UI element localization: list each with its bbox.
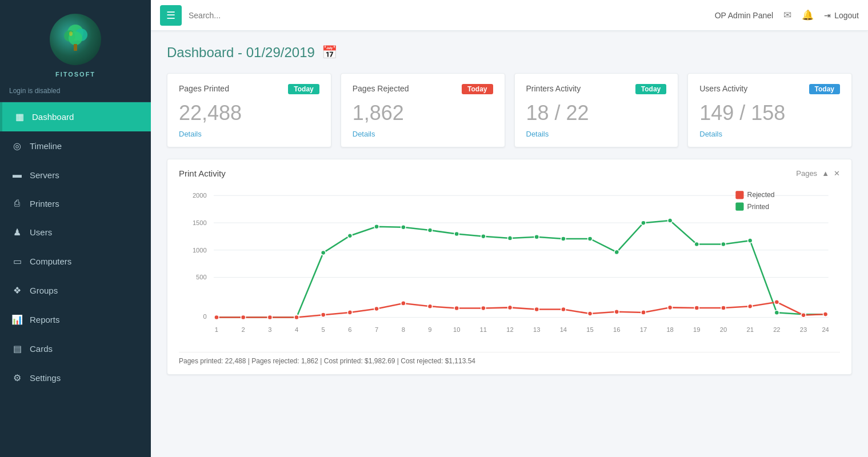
chart-header: Print Activity Pages ▲ ✕ xyxy=(179,169,840,178)
computers-icon: ▭ xyxy=(11,256,23,267)
sidebar-item-label-reports: Reports xyxy=(30,315,60,324)
svg-point-65 xyxy=(241,315,246,319)
svg-text:7: 7 xyxy=(375,326,378,333)
sidebar-item-label-dashboard: Dashboard xyxy=(32,112,74,122)
svg-point-77 xyxy=(561,307,566,312)
card-title-pages-rejected: Pages Rejected xyxy=(353,84,409,93)
menu-toggle-button[interactable]: ☰ xyxy=(160,5,182,26)
svg-point-56 xyxy=(641,221,646,225)
sidebar-item-printers[interactable]: ⎙ Printers xyxy=(0,189,151,218)
svg-point-86 xyxy=(801,313,806,318)
svg-point-61 xyxy=(774,310,779,315)
card-header-pages-rejected: Pages Rejected Today xyxy=(353,84,493,94)
sidebar-item-dashboard[interactable]: ▦ Dashboard xyxy=(0,102,151,131)
svg-text:14: 14 xyxy=(560,326,567,333)
logo-tree-icon xyxy=(58,22,93,57)
svg-text:11: 11 xyxy=(480,326,487,333)
svg-text:10: 10 xyxy=(453,326,460,333)
sidebar-item-cards[interactable]: ▤ Cards xyxy=(0,334,151,363)
svg-rect-88 xyxy=(735,191,743,199)
svg-text:3: 3 xyxy=(268,326,271,333)
chart-card: Print Activity Pages ▲ ✕ 2000 1500 xyxy=(167,159,852,375)
sidebar-item-settings[interactable]: ⚙ Settings xyxy=(0,363,151,392)
svg-point-70 xyxy=(374,306,379,311)
svg-text:24: 24 xyxy=(822,326,829,333)
groups-icon: ❖ xyxy=(11,285,23,296)
svg-text:1: 1 xyxy=(215,326,218,333)
sidebar-item-servers[interactable]: ▬ Servers xyxy=(0,161,151,189)
svg-point-66 xyxy=(267,315,272,319)
settings-icon: ⚙ xyxy=(11,372,23,383)
stat-card-printers-activity: Printers Activity Today 18 / 22 Details xyxy=(514,73,679,147)
sidebar-item-label-computers: Computers xyxy=(30,256,71,266)
reports-icon: 📊 xyxy=(11,314,23,325)
svg-point-51 xyxy=(507,236,512,240)
sidebar-item-label-cards: Cards xyxy=(30,344,53,354)
timeline-icon: ◎ xyxy=(11,141,23,151)
svg-point-57 xyxy=(668,218,673,223)
badge-pages-rejected: Today xyxy=(462,84,493,94)
mail-icon[interactable]: ✉ xyxy=(783,9,791,21)
card-title-pages-printed: Pages Printed xyxy=(179,84,229,93)
svg-point-67 xyxy=(294,315,299,319)
svg-point-79 xyxy=(614,310,619,314)
logout-label: Logout xyxy=(834,11,859,20)
details-link-pages-rejected[interactable]: Details xyxy=(353,130,375,138)
svg-point-60 xyxy=(748,238,753,243)
stat-value-pages-rejected: 1,862 xyxy=(353,101,493,125)
content-area: Dashboard - 01/29/2019 📅 Pages Printed T… xyxy=(151,31,868,457)
chart-expand-icon[interactable]: ▲ xyxy=(822,169,829,178)
svg-text:12: 12 xyxy=(506,326,513,333)
calendar-icon[interactable]: 📅 xyxy=(322,45,337,60)
admin-panel-label: OP Admin Panel xyxy=(715,11,773,20)
sidebar-item-timeline[interactable]: ◎ Timeline xyxy=(0,131,151,161)
card-header-users-activity: Users Activity Today xyxy=(699,84,840,94)
details-link-users-activity[interactable]: Details xyxy=(699,130,722,138)
svg-point-46 xyxy=(374,225,379,229)
logout-button[interactable]: ⇥ Logout xyxy=(824,11,859,20)
topbar: ☰ OP Admin Panel ✉ 🔔 ⇥ Logout xyxy=(151,0,868,31)
servers-icon: ▬ xyxy=(11,170,23,180)
svg-point-69 xyxy=(347,310,352,315)
svg-point-80 xyxy=(641,310,646,315)
svg-point-47 xyxy=(401,225,406,230)
svg-point-55 xyxy=(614,250,619,254)
svg-point-50 xyxy=(481,234,486,239)
card-header-pages-printed: Pages Printed Today xyxy=(179,84,319,94)
svg-text:500: 500 xyxy=(196,274,207,280)
main-area: ☰ OP Admin Panel ✉ 🔔 ⇥ Logout Dashboard … xyxy=(151,0,868,457)
stat-card-pages-rejected: Pages Rejected Today 1,862 Details xyxy=(341,73,505,147)
svg-text:18: 18 xyxy=(666,326,673,333)
logout-icon: ⇥ xyxy=(824,11,831,20)
svg-text:23: 23 xyxy=(800,326,807,333)
chart-close-icon[interactable]: ✕ xyxy=(834,169,840,178)
details-link-printers-activity[interactable]: Details xyxy=(526,130,549,138)
sidebar-item-users[interactable]: ♟ Users xyxy=(0,218,151,247)
stat-card-pages-printed: Pages Printed Today 22,488 Details xyxy=(167,73,331,147)
card-title-users-activity: Users Activity xyxy=(699,84,747,93)
badge-users-activity: Today xyxy=(809,84,840,94)
bell-icon[interactable]: 🔔 xyxy=(802,9,814,21)
svg-text:8: 8 xyxy=(402,326,405,333)
svg-text:4: 4 xyxy=(295,326,298,333)
chart-controls: Pages ▲ ✕ xyxy=(796,169,840,178)
svg-text:19: 19 xyxy=(693,326,700,333)
dashboard-icon: ▦ xyxy=(14,111,25,122)
sidebar-item-label-groups: Groups xyxy=(30,286,58,295)
svg-point-73 xyxy=(454,306,459,310)
svg-text:1000: 1000 xyxy=(193,247,207,254)
stats-row: Pages Printed Today 22,488 Details Pages… xyxy=(167,73,852,147)
search-input[interactable] xyxy=(189,11,708,20)
details-link-pages-printed[interactable]: Details xyxy=(179,130,202,138)
svg-point-59 xyxy=(721,242,726,246)
topbar-right: OP Admin Panel ✉ 🔔 ⇥ Logout xyxy=(715,9,859,21)
sidebar-item-label-printers: Printers xyxy=(30,199,59,209)
svg-text:16: 16 xyxy=(613,326,620,333)
svg-rect-90 xyxy=(735,202,743,210)
sidebar-item-reports[interactable]: 📊 Reports xyxy=(0,305,151,334)
svg-point-64 xyxy=(214,315,219,319)
sidebar-item-computers[interactable]: ▭ Computers xyxy=(0,247,151,276)
svg-point-52 xyxy=(534,235,539,239)
sidebar-item-groups[interactable]: ❖ Groups xyxy=(0,276,151,305)
svg-point-74 xyxy=(481,306,486,310)
